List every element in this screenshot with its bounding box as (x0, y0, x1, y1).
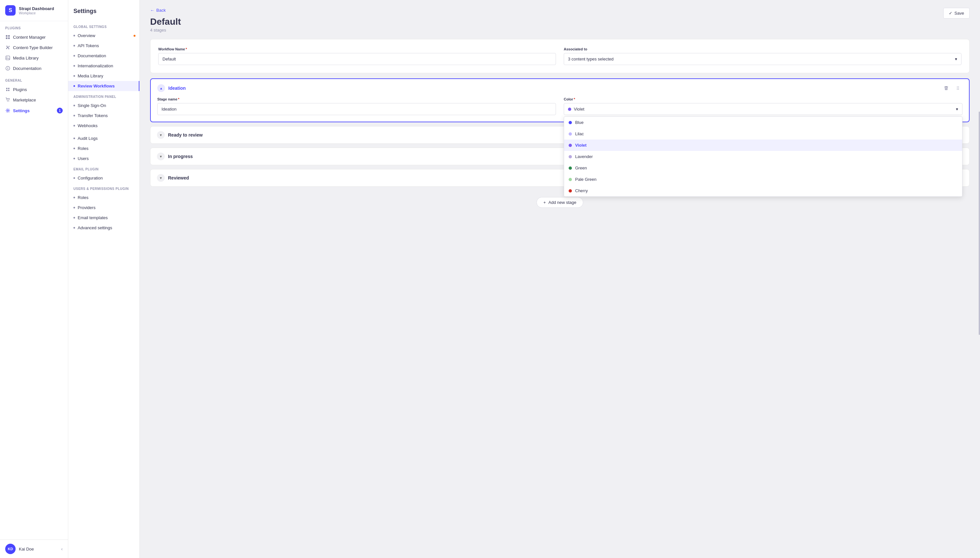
color-group-ideation: Color* Violet ▾ Blue (564, 97, 962, 115)
page-subtitle: 4 stages (150, 28, 970, 33)
sidebar-item-content-type-builder[interactable]: Content-Type Builder (0, 42, 68, 53)
add-stage-label: Add new stage (548, 200, 576, 205)
svg-rect-0 (6, 35, 8, 37)
settings-section-email: EMAIL PLUGIN (68, 164, 139, 173)
svg-point-15 (958, 87, 959, 87)
dot-icon (74, 105, 75, 106)
dot-icon (74, 65, 75, 67)
user-name: Kai Doe (19, 547, 34, 551)
settings-nav-label: API Tokens (78, 43, 99, 48)
app-name: Strapi Dashboard (19, 6, 54, 11)
svg-rect-10 (8, 90, 10, 91)
sidebar-section-general: GENERAL (0, 74, 68, 84)
color-option-lavender[interactable]: Lavender (564, 151, 962, 162)
sidebar-item-settings[interactable]: Settings 1 (0, 105, 68, 116)
color-option-blue[interactable]: Blue (564, 117, 962, 128)
sidebar-item-content-manager[interactable]: Content Manager (0, 32, 68, 42)
dot-icon (74, 75, 75, 77)
settings-nav-media-library[interactable]: Media Library (68, 71, 139, 81)
dot-icon (74, 125, 75, 126)
settings-nav-api-tokens[interactable]: API Tokens (68, 41, 139, 51)
svg-rect-9 (6, 90, 8, 91)
settings-nav-transfer-tokens[interactable]: Transfer Tokens (68, 110, 139, 121)
color-option-pale-green[interactable]: Pale Green (564, 174, 962, 185)
settings-nav-label: Roles (78, 146, 88, 151)
sidebar-item-label: Settings (13, 108, 29, 113)
sidebar-item-documentation[interactable]: Documentation (0, 63, 68, 74)
settings-nav-label: Configuration (78, 176, 103, 181)
sidebar-item-label: Documentation (13, 66, 41, 71)
save-button[interactable]: ✓ Save (943, 8, 970, 18)
stage-name-group: Stage name* (157, 97, 556, 115)
svg-point-17 (958, 88, 959, 89)
color-option-lilac[interactable]: Lilac (564, 128, 962, 140)
svg-point-5 (7, 57, 8, 57)
sidebar-item-media-library[interactable]: Media Library (0, 53, 68, 63)
workflow-config-card: Workflow Name* Associated to 3 content t… (150, 39, 970, 73)
stage-name-label: Stage name* (157, 97, 556, 101)
save-label: Save (954, 11, 964, 16)
settings-nav-users[interactable]: Users (68, 153, 139, 164)
settings-nav-overview[interactable]: Overview (68, 31, 139, 41)
stage-name-ready: Ready to review (168, 132, 203, 138)
settings-nav-webhooks[interactable]: Webhooks (68, 121, 139, 131)
stage-delete-button-ideation[interactable] (942, 84, 951, 93)
plugin-icon (5, 87, 10, 92)
stage-toggle-in-progress[interactable]: ▼ (157, 153, 165, 160)
associated-to-label: Associated to (564, 47, 962, 51)
svg-rect-8 (8, 88, 10, 89)
sidebar-item-plugins[interactable]: Plugins (0, 84, 68, 95)
settings-nav-documentation[interactable]: Documentation (68, 51, 139, 61)
stage-card-ideation: ▲ Ideation Stage name* (150, 78, 970, 122)
color-option-green[interactable]: Green (564, 162, 962, 174)
gear-icon (5, 108, 10, 113)
dot-icon (74, 45, 75, 46)
svg-rect-7 (6, 88, 8, 89)
dot-icon (74, 207, 75, 208)
dot-icon (74, 158, 75, 159)
add-stage-button[interactable]: + Add new stage (537, 197, 583, 208)
settings-nav-email-templates[interactable]: Email templates (68, 213, 139, 223)
color-dot-lavender (569, 155, 572, 158)
color-option-label: Cherry (575, 188, 588, 193)
chevron-down-icon: ▾ (955, 57, 957, 61)
collapse-sidebar-button[interactable]: ‹ (61, 546, 63, 551)
settings-nav-internationalization[interactable]: Internationalization (68, 61, 139, 71)
settings-nav-label: Media Library (78, 74, 103, 78)
settings-nav-configuration[interactable]: Configuration (68, 173, 139, 183)
svg-rect-2 (6, 38, 8, 39)
avatar: KD (5, 544, 16, 554)
workflow-name-group: Workflow Name* (158, 47, 556, 65)
color-option-label: Pale Green (575, 177, 597, 182)
stage-name-input-ideation[interactable] (157, 103, 556, 115)
associated-to-select[interactable]: 3 content types selected ▾ (564, 53, 962, 65)
settings-nav-single-sign-on[interactable]: Single Sign-On (68, 100, 139, 110)
stage-drag-button-ideation[interactable] (953, 84, 962, 93)
stage-toggle-reviewed[interactable]: ▼ (157, 174, 165, 182)
color-dot-pale-green (569, 178, 572, 181)
color-option-cherry[interactable]: Cherry (564, 185, 962, 196)
color-option-violet[interactable]: Violet (564, 140, 962, 151)
dot-icon (74, 138, 75, 139)
stage-toggle-ready[interactable]: ▼ (157, 131, 165, 139)
workflow-name-input[interactable] (158, 53, 556, 65)
app-workspace: Workplace (19, 11, 54, 15)
stage-header-ideation[interactable]: ▲ Ideation (151, 79, 969, 97)
back-link[interactable]: ← Back (150, 8, 970, 13)
settings-nav-roles[interactable]: Roles (68, 143, 139, 153)
settings-nav-label: Transfer Tokens (78, 113, 108, 118)
settings-nav-roles-perm[interactable]: Roles (68, 192, 139, 203)
stage-toggle-ideation[interactable]: ▲ (157, 84, 165, 92)
dot-icon (74, 55, 75, 57)
associated-to-group: Associated to 3 content types selected ▾ (564, 47, 962, 65)
page-title: Default (150, 16, 970, 27)
settings-nav-advanced-settings[interactable]: Advanced settings (68, 223, 139, 233)
dot-icon (74, 227, 75, 228)
settings-nav-providers[interactable]: Providers (68, 203, 139, 213)
sidebar-item-marketplace[interactable]: Marketplace (0, 95, 68, 105)
color-dot-violet (569, 144, 572, 147)
color-select-ideation[interactable]: Violet ▾ (564, 103, 962, 115)
back-label: Back (156, 8, 166, 13)
settings-nav-review-workflows[interactable]: Review Workflows (68, 81, 139, 91)
settings-nav-audit-logs[interactable]: Audit Logs (68, 133, 139, 143)
